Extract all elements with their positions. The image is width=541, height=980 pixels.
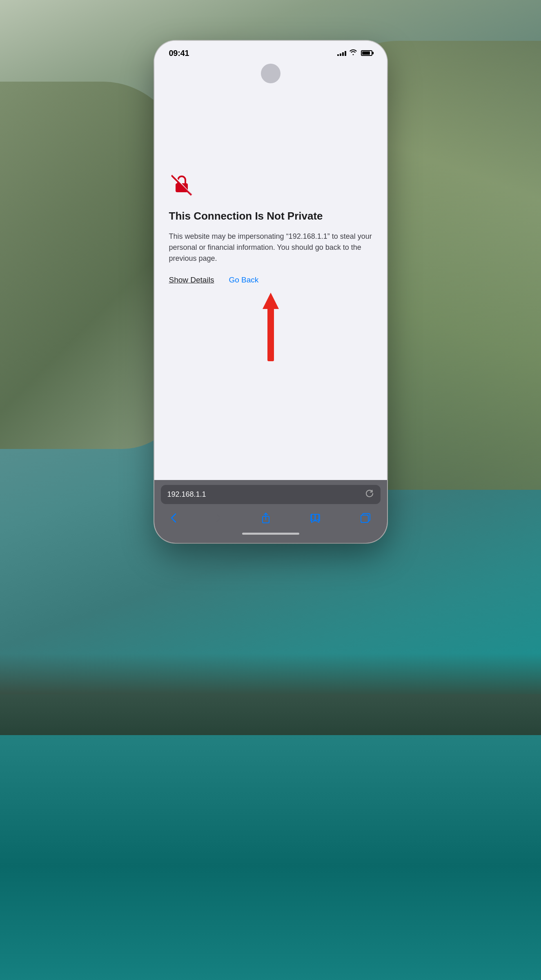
- reload-icon[interactable]: [365, 489, 374, 500]
- battery-icon: [361, 50, 372, 56]
- show-details-link[interactable]: Show Details: [169, 276, 214, 284]
- background-water: [0, 694, 541, 980]
- camera-area: [154, 62, 387, 83]
- background-rocks: [0, 653, 541, 735]
- go-back-link[interactable]: Go Back: [229, 276, 258, 284]
- svg-rect-6: [267, 308, 274, 361]
- phone-frame: 09:41: [154, 41, 387, 543]
- warning-title: This Connection Is Not Private: [169, 209, 372, 223]
- home-bar: [242, 533, 299, 535]
- url-bar[interactable]: 192.168.1.1: [161, 485, 381, 504]
- red-arrow-icon: [258, 293, 283, 362]
- svg-marker-5: [263, 293, 279, 309]
- signal-bars-icon: [337, 50, 346, 56]
- tabs-button[interactable]: [357, 511, 374, 527]
- action-links: Show Details Go Back: [169, 276, 372, 284]
- status-time: 09:41: [169, 49, 189, 58]
- bookmarks-button[interactable]: [307, 511, 324, 527]
- forward-button[interactable]: [212, 511, 225, 527]
- back-button[interactable]: [167, 511, 180, 527]
- not-private-icon: [169, 173, 194, 198]
- wifi-icon: [350, 49, 357, 57]
- main-content: This Connection Is Not Private This webs…: [154, 83, 387, 480]
- status-icons: [337, 49, 372, 57]
- front-camera: [261, 64, 281, 83]
- svg-rect-9: [361, 515, 368, 522]
- share-button[interactable]: [258, 511, 274, 528]
- browser-controls: [161, 509, 381, 529]
- home-indicator: [161, 529, 381, 540]
- arrow-annotation: [169, 293, 372, 366]
- warning-icon-container: [169, 173, 372, 200]
- url-text: 192.168.1.1: [167, 490, 206, 499]
- warning-description: This website may be impersonating “192.1…: [169, 231, 372, 264]
- browser-bar: 192.168.1.1: [154, 480, 387, 543]
- status-bar: 09:41: [154, 41, 387, 62]
